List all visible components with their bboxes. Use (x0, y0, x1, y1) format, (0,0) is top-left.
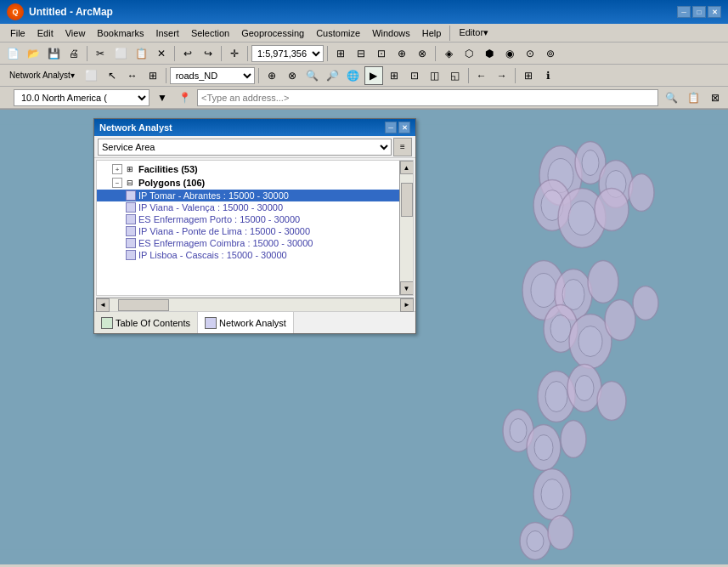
panel-options-button[interactable]: ≡ (393, 138, 412, 156)
panel-minimize-button[interactable]: ─ (385, 122, 397, 133)
tool9[interactable]: ◉ (500, 44, 519, 63)
tool3[interactable]: ⊡ (372, 44, 391, 63)
tool6[interactable]: ◈ (439, 44, 458, 63)
menu-windows[interactable]: Windows (367, 26, 415, 40)
na-tool3[interactable]: ↔ (123, 66, 142, 85)
svg-point-23 (633, 286, 658, 320)
tab-network-analyst[interactable]: Network Analyst (198, 312, 294, 333)
menu-bookmarks[interactable]: Bookmarks (92, 26, 149, 40)
panel-close-button[interactable]: ✕ (398, 122, 410, 133)
svg-point-38 (548, 516, 573, 550)
tree-item-polygon-5[interactable]: IP Lisboa - Cascais : 15000 - 30000 (97, 249, 399, 261)
tool8[interactable]: ⬢ (480, 44, 499, 63)
na-tool15[interactable]: → (493, 66, 511, 85)
na-tool10[interactable]: ⊞ (385, 66, 404, 85)
tree-item-polygons[interactable]: − ⊟ Polygons (106) (97, 176, 399, 190)
copy-button[interactable]: ⬜ (111, 44, 130, 63)
tool11[interactable]: ⊚ (541, 44, 560, 63)
menu-view[interactable]: View (60, 26, 91, 40)
tree-item-facilities[interactable]: + ⊞ Facilities (53) (97, 162, 399, 176)
open-button[interactable]: 📂 (24, 44, 42, 63)
na-tool13[interactable]: ◱ (446, 66, 465, 85)
address-search-button[interactable]: 🔍 (662, 88, 680, 107)
na-tool14[interactable]: ← (472, 66, 491, 85)
tool5[interactable]: ⊗ (413, 44, 432, 63)
tool10[interactable]: ⊙ (521, 44, 539, 63)
menu-selection[interactable]: Selection (186, 26, 234, 40)
na-tool16[interactable]: ⊞ (519, 66, 538, 85)
scroll-track[interactable] (400, 174, 413, 281)
delete-button[interactable]: ✕ (152, 44, 171, 63)
na-tool11[interactable]: ⊡ (405, 66, 424, 85)
na-tool4[interactable]: ⊞ (144, 66, 162, 85)
scroll-down-button[interactable]: ▼ (400, 281, 414, 295)
undo-button[interactable]: ↩ (178, 44, 197, 63)
scroll-left-button[interactable]: ◄ (96, 298, 110, 312)
address-input[interactable] (197, 89, 658, 106)
na-tool7[interactable]: 🔍 (303, 66, 322, 85)
geocoder-dropdown[interactable]: 10.0 North America ( (14, 89, 150, 106)
address-tool3[interactable]: ⊠ (706, 88, 725, 107)
svg-point-17 (588, 261, 618, 303)
address-tool2[interactable]: 📋 (684, 88, 703, 107)
na-tool1[interactable]: ⬜ (82, 66, 101, 85)
na-tool9[interactable]: 🌐 (344, 66, 363, 85)
maximize-button[interactable]: □ (692, 6, 706, 18)
menu-file[interactable]: File (5, 26, 31, 40)
tool1[interactable]: ⊞ (331, 44, 350, 63)
horizontal-scrollbar[interactable]: ◄ ► (96, 298, 414, 311)
tree-item-polygon-1[interactable]: IP Viana - Valença : 15000 - 30000 (97, 201, 399, 213)
network-analyst-dropdown[interactable]: Network Analyst▾ (3, 66, 81, 85)
scroll-right-button[interactable]: ► (400, 298, 414, 312)
menu-geoprocessing[interactable]: Geoprocessing (236, 26, 309, 40)
facilities-expand-icon[interactable]: + (112, 164, 122, 174)
svg-point-33 (561, 421, 586, 458)
new-button[interactable]: 📄 (3, 44, 22, 63)
navigate-button[interactable]: ✛ (225, 44, 244, 63)
toc-icon (101, 317, 113, 329)
hscroll-track[interactable] (110, 298, 400, 311)
menu-editor[interactable]: Editor▾ (454, 26, 494, 40)
menu-edit[interactable]: Edit (32, 26, 59, 40)
na-tool12[interactable]: ◫ (426, 66, 444, 85)
na-info[interactable]: ℹ (539, 66, 558, 85)
svg-point-28 (597, 382, 626, 421)
menu-insert[interactable]: Insert (150, 26, 184, 40)
tool2[interactable]: ⊟ (352, 44, 370, 63)
tool4[interactable]: ⊕ (392, 44, 411, 63)
svg-point-21 (578, 326, 602, 357)
tree-item-polygon-3[interactable]: IP Viana - Ponte de Lima : 15000 - 30000 (97, 225, 399, 237)
geocoder-options[interactable]: ▼ (153, 88, 172, 107)
scale-dropdown[interactable]: 1:5,971,356 (251, 45, 324, 62)
na-tab-icon (205, 317, 217, 329)
tree-item-polygon-4[interactable]: ES Enfermagem Coimbra : 15000 - 30000 (97, 237, 399, 249)
na-solve[interactable]: ▶ (364, 66, 383, 85)
tree-item-polygon-0[interactable]: IP Tomar - Abrantes : 15000 - 30000 (97, 190, 399, 201)
polygons-expand-icon[interactable]: − (112, 178, 122, 188)
na-tool5[interactable]: ⊕ (262, 66, 281, 85)
save-button[interactable]: 💾 (44, 44, 63, 63)
cut-button[interactable]: ✂ (91, 44, 110, 63)
polygons-icon: ⊟ (124, 177, 136, 189)
tab-table-of-contents[interactable]: Table Of Contents (94, 312, 198, 333)
minimize-button[interactable]: ─ (677, 6, 691, 18)
tree-item-polygon-2[interactable]: ES Enfermagem Porto : 15000 - 30000 (97, 213, 399, 225)
menu-help[interactable]: Help (417, 26, 447, 40)
network-analyst-panel: Network Analyst ─ ✕ Service Area ≡ + ⊞ (93, 118, 416, 334)
polygon-label-4: ES Enfermagem Coimbra : 15000 - 30000 (138, 238, 313, 248)
tool7[interactable]: ⬡ (460, 44, 478, 63)
vertical-scrollbar[interactable]: ▲ ▼ (399, 161, 413, 295)
redo-button[interactable]: ↪ (199, 44, 217, 63)
na-tool2[interactable]: ↖ (103, 66, 121, 85)
scroll-up-button[interactable]: ▲ (400, 161, 414, 174)
na-tool6[interactable]: ⊗ (283, 66, 302, 85)
close-button[interactable]: ✕ (708, 6, 721, 18)
roads-nd-dropdown[interactable]: roads_ND (170, 67, 255, 84)
na-tool8[interactable]: 🔎 (324, 66, 342, 85)
hscroll-thumb[interactable] (118, 299, 169, 311)
service-area-dropdown[interactable]: Service Area (98, 139, 392, 156)
menu-customize[interactable]: Customize (311, 26, 365, 40)
paste-button[interactable]: 📋 (132, 44, 150, 63)
scroll-thumb[interactable] (401, 183, 413, 217)
print-button[interactable]: 🖨 (65, 44, 83, 63)
